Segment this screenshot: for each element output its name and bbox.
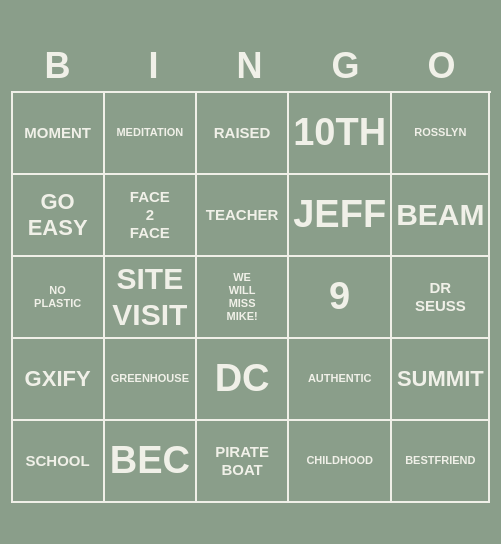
cell-text-0-4: ROSSLYN [414, 126, 466, 139]
cell-1-4: BEAM [392, 175, 490, 257]
cell-text-1-2: TEACHER [206, 206, 279, 224]
header-letter-B: B [11, 41, 107, 91]
cell-0-2: RAISED [197, 93, 289, 175]
cell-text-1-1: FACE2FACE [130, 188, 170, 242]
cell-text-3-1: GREENHOUSE [111, 372, 189, 385]
cell-3-2: DC [197, 339, 289, 421]
cell-2-4: DRSEUSS [392, 257, 490, 339]
cell-text-3-3: AUTHENTIC [308, 372, 372, 385]
cell-text-4-2: PIRATEBOAT [215, 443, 269, 479]
cell-text-4-4: BESTFRIEND [405, 454, 475, 467]
cell-text-1-3: JEFF [293, 192, 386, 238]
cell-2-3: 9 [289, 257, 392, 339]
cell-text-2-4: DRSEUSS [415, 279, 466, 315]
cell-3-4: SUMMIT [392, 339, 490, 421]
cell-1-2: TEACHER [197, 175, 289, 257]
header-letter-N: N [203, 41, 299, 91]
cell-text-4-1: BEC [110, 438, 190, 484]
cell-2-0: NOPLASTIC [13, 257, 105, 339]
cell-0-4: ROSSLYN [392, 93, 490, 175]
cell-3-0: GXIFY [13, 339, 105, 421]
cell-text-4-3: CHILDHOOD [306, 454, 373, 467]
cell-4-4: BESTFRIEND [392, 421, 490, 503]
header-letter-G: G [299, 41, 395, 91]
cell-1-0: GOEASY [13, 175, 105, 257]
cell-text-0-0: MOMENT [24, 124, 91, 142]
cell-2-1: SITEVISIT [105, 257, 197, 339]
cell-2-2: WEWILLMISSMIKE! [197, 257, 289, 339]
cell-text-3-4: SUMMIT [397, 366, 484, 392]
cell-text-2-2: WEWILLMISSMIKE! [227, 271, 258, 324]
cell-4-1: BEC [105, 421, 197, 503]
bingo-card: BINGO MOMENTMEDITATIONRAISED10THROSSLYNG… [11, 41, 491, 503]
cell-text-1-0: GOEASY [28, 189, 88, 242]
header-letter-I: I [107, 41, 203, 91]
cell-text-2-0: NOPLASTIC [34, 284, 81, 310]
cell-4-0: SCHOOL [13, 421, 105, 503]
header-letter-O: O [395, 41, 491, 91]
cell-text-2-1: SITEVISIT [112, 261, 187, 333]
cell-text-0-3: 10TH [293, 110, 386, 156]
cell-1-1: FACE2FACE [105, 175, 197, 257]
cell-0-0: MOMENT [13, 93, 105, 175]
cell-text-0-1: MEDITATION [116, 126, 183, 139]
cell-3-1: GREENHOUSE [105, 339, 197, 421]
cell-text-4-0: SCHOOL [26, 452, 90, 470]
cell-0-1: MEDITATION [105, 93, 197, 175]
cell-4-3: CHILDHOOD [289, 421, 392, 503]
cell-text-2-3: 9 [329, 274, 350, 320]
cell-3-3: AUTHENTIC [289, 339, 392, 421]
cell-text-3-2: DC [215, 356, 270, 402]
bingo-grid: MOMENTMEDITATIONRAISED10THROSSLYNGOEASYF… [11, 91, 491, 503]
cell-4-2: PIRATEBOAT [197, 421, 289, 503]
cell-text-0-2: RAISED [214, 124, 271, 142]
cell-0-3: 10TH [289, 93, 392, 175]
bingo-header: BINGO [11, 41, 491, 91]
cell-text-1-4: BEAM [396, 197, 484, 233]
cell-1-3: JEFF [289, 175, 392, 257]
cell-text-3-0: GXIFY [25, 366, 91, 392]
